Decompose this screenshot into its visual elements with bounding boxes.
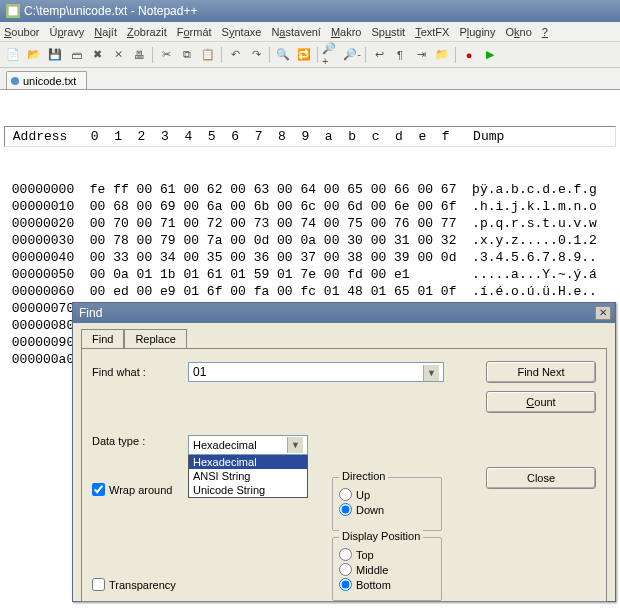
radio-bottom[interactable]: Bottom [339,578,435,591]
menu-upravy[interactable]: Úpravy [49,26,84,38]
saveall-icon[interactable]: 🗃 [67,46,85,64]
file-status-icon [11,77,19,85]
save-icon[interactable]: 💾 [46,46,64,64]
hex-row[interactable]: 00000040 00 33 00 34 00 35 00 36 00 37 0… [4,249,616,266]
hex-row[interactable]: 00000000 fe ff 00 61 00 62 00 63 00 64 0… [4,181,616,198]
menu-textfx[interactable]: TextFX [415,26,449,38]
hex-row[interactable]: 00000010 00 68 00 69 00 6a 00 6b 00 6c 0… [4,198,616,215]
menu-soubor[interactable]: Soubor [4,26,39,38]
toolbar: 📄 📂 💾 🗃 ✖ ⨯ 🖶 ✂ ⧉ 📋 ↶ ↷ 🔍 🔁 🔎+ 🔎- ↩ ¶ ⇥ … [0,42,620,68]
showchars-icon[interactable]: ¶ [391,46,409,64]
app-icon [6,4,20,18]
menu-najit[interactable]: Najít [94,26,117,38]
menu-format[interactable]: Formát [177,26,212,38]
radio-top[interactable]: Top [339,548,435,561]
tab-find[interactable]: Find [81,329,124,348]
closeall-icon[interactable]: ⨯ [109,46,127,64]
paste-icon[interactable]: 📋 [199,46,217,64]
radio-middle[interactable]: Middle [339,563,435,576]
wrap-checkbox[interactable]: Wrap around [92,483,172,496]
wrap-icon[interactable]: ↩ [370,46,388,64]
dialog-title: Find [79,306,102,320]
menu-help[interactable]: ? [542,26,548,38]
find-panel: Find what : 01 ▼ Find Next Count Data ty… [81,348,607,602]
zoomin-icon[interactable]: 🔎+ [322,46,340,64]
new-icon[interactable]: 📄 [4,46,22,64]
hex-row[interactable]: 00000020 00 70 00 71 00 72 00 73 00 74 0… [4,215,616,232]
option-ansi[interactable]: ANSI String [189,469,307,483]
count-button[interactable]: Count [486,391,596,413]
find-what-input[interactable]: 01 ▼ [188,362,444,382]
radio-up[interactable]: Up [339,488,435,501]
transparency-checkbox[interactable]: Transparency [92,578,176,591]
file-tab[interactable]: unicode.txt [6,71,87,89]
hex-row[interactable]: 00000050 00 0a 01 1b 01 61 01 59 01 7e 0… [4,266,616,283]
hex-header: Address 0 1 2 3 4 5 6 7 8 9 a b c d e f … [4,126,616,147]
hex-row[interactable]: 00000030 00 78 00 79 00 7a 00 0d 00 0a 0… [4,232,616,249]
find-dialog: Find ✕ Find Replace Find what : 01 ▼ Fin… [72,302,616,602]
zoomout-icon[interactable]: 🔎- [343,46,361,64]
dialog-close-button[interactable]: ✕ [595,306,611,320]
radio-down[interactable]: Down [339,503,435,516]
dialog-titlebar[interactable]: Find ✕ [73,303,615,323]
window-titlebar: C:\temp\unicode.txt - Notepad++ [0,0,620,22]
data-type-label: Data type : [92,435,182,447]
redo-icon[interactable]: ↷ [247,46,265,64]
chevron-down-icon[interactable]: ▼ [287,437,303,453]
menu-nastaveni[interactable]: Nastavení [271,26,321,38]
direction-group: Direction Up Down [332,477,442,531]
menu-makro[interactable]: Makro [331,26,362,38]
data-type-combo[interactable]: Hexadecimal ▼ [188,435,308,455]
chevron-down-icon[interactable]: ▼ [423,365,439,381]
menu-zobrazit[interactable]: Zobrazit [127,26,167,38]
find-what-label: Find what : [92,366,182,378]
folder-icon[interactable]: 📁 [433,46,451,64]
menu-syntaxe[interactable]: Syntaxe [222,26,262,38]
menu-okno[interactable]: Okno [505,26,531,38]
close-icon[interactable]: ✖ [88,46,106,64]
file-tab-bar: unicode.txt [0,68,620,90]
menu-pluginy[interactable]: Pluginy [459,26,495,38]
svg-rect-1 [9,7,18,16]
copy-icon[interactable]: ⧉ [178,46,196,64]
menu-bar[interactable]: Soubor Úpravy Najít Zobrazit Formát Synt… [0,22,620,42]
window-title: C:\temp\unicode.txt - Notepad++ [24,4,197,18]
find-next-button[interactable]: Find Next [486,361,596,383]
display-position-group: Display Position Top Middle Bottom [332,537,442,601]
replace-icon[interactable]: 🔁 [295,46,313,64]
close-button[interactable]: Close [486,467,596,489]
hex-row[interactable]: 00000060 00 ed 00 e9 01 6f 00 fa 00 fc 0… [4,283,616,300]
dialog-tabs: Find Replace [73,323,615,348]
undo-icon[interactable]: ↶ [226,46,244,64]
option-hex[interactable]: Hexadecimal [189,455,307,469]
tab-replace[interactable]: Replace [124,329,186,348]
menu-spustit[interactable]: Spustit [372,26,406,38]
data-type-dropdown[interactable]: Hexadecimal ANSI String Unicode String [188,455,308,498]
record-icon[interactable]: ● [460,46,478,64]
cut-icon[interactable]: ✂ [157,46,175,64]
play-icon[interactable]: ▶ [481,46,499,64]
open-icon[interactable]: 📂 [25,46,43,64]
print-icon[interactable]: 🖶 [130,46,148,64]
find-icon[interactable]: 🔍 [274,46,292,64]
indent-icon[interactable]: ⇥ [412,46,430,64]
file-tab-label: unicode.txt [23,75,76,87]
option-unicode[interactable]: Unicode String [189,483,307,497]
